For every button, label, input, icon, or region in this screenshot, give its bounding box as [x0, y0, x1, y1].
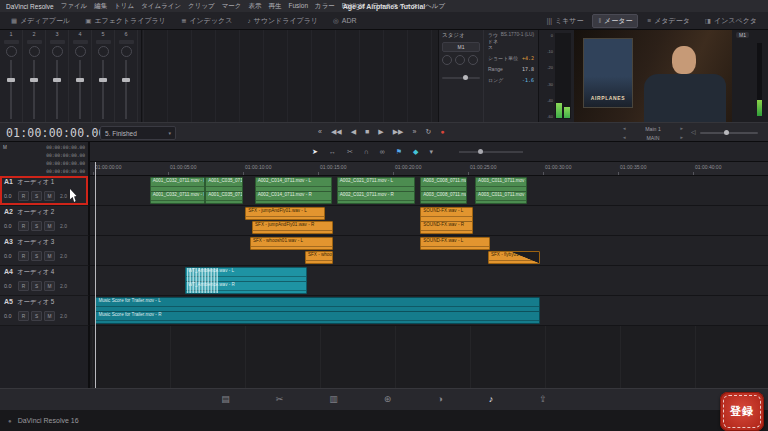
- audio-clip[interactable]: A001_C032_0711.mov - LA001_C032_0711.mov…: [150, 177, 205, 204]
- audio-clip[interactable]: SFX - whoosh01.wav - R: [305, 251, 333, 264]
- tab-mixer[interactable]: |||ミキサー: [541, 14, 590, 28]
- track-s-button[interactable]: S: [31, 191, 42, 201]
- pan-knob[interactable]: [29, 46, 40, 57]
- jump-end-button[interactable]: »: [412, 125, 416, 139]
- play-reverse-button[interactable]: ◀: [351, 125, 356, 139]
- timeline-ruler[interactable]: 01:00:00:0001:00:05:0001:00:10:0001:00:1…: [90, 162, 768, 176]
- menu-item[interactable]: トリム: [114, 2, 134, 11]
- knob-icon[interactable]: [442, 55, 452, 65]
- snap-toggle[interactable]: ∩: [364, 148, 369, 156]
- channel-fader[interactable]: [79, 60, 81, 119]
- marker-color-dropdown[interactable]: ▾: [429, 148, 433, 156]
- page-deliver[interactable]: ⇪: [539, 395, 547, 404]
- audio-clip[interactable]: SOUND-FX.wav - LSOUND-FX.wav - R: [420, 207, 473, 234]
- link-toggle[interactable]: ∞: [380, 148, 385, 156]
- track-m-button[interactable]: M: [44, 311, 55, 321]
- menu-item[interactable]: Fairlight: [342, 2, 365, 11]
- track-s-button[interactable]: S: [31, 251, 42, 261]
- audio-clip[interactable]: SFX - jumpAndFly01.wav - R: [252, 221, 333, 234]
- tab-index[interactable]: ≣インデックス: [175, 14, 238, 28]
- fader-handle[interactable]: [53, 78, 61, 82]
- track-s-button[interactable]: S: [31, 221, 42, 231]
- track-r-button[interactable]: R: [18, 221, 29, 231]
- track-m-button[interactable]: M: [44, 221, 55, 231]
- fader-handle[interactable]: [76, 78, 84, 82]
- page-fairlight[interactable]: ♪: [489, 395, 494, 404]
- loop-button[interactable]: ↻: [425, 125, 431, 139]
- monitor-output-b[interactable]: ◄MAIN►: [622, 133, 684, 142]
- audio-clip[interactable]: SOUND-FX.wav - L: [420, 237, 490, 250]
- zoom-slider[interactable]: [459, 151, 523, 153]
- menu-item[interactable]: Fusion: [289, 2, 309, 11]
- zoom-handle[interactable]: [478, 149, 483, 154]
- mixer-strip[interactable]: 4: [69, 30, 92, 122]
- monitor-level-slider[interactable]: [442, 77, 480, 79]
- play-button[interactable]: ▶: [378, 125, 383, 139]
- menu-item[interactable]: ヘルプ: [425, 2, 445, 11]
- pan-knob[interactable]: [98, 46, 109, 57]
- mixer-strip[interactable]: 1: [0, 30, 23, 122]
- arrow-left-icon[interactable]: ◄: [622, 135, 626, 140]
- tab-media-pool[interactable]: ▦メディアプール: [5, 14, 76, 28]
- monitor-output-a[interactable]: ◄Main 1►: [622, 124, 684, 133]
- playhead[interactable]: [95, 162, 96, 388]
- menu-item[interactable]: マーク: [222, 2, 242, 11]
- track-m-button[interactable]: M: [44, 191, 55, 201]
- arrow-right-icon[interactable]: ►: [680, 126, 684, 131]
- audio-clip[interactable]: A002_C014_0711.mov - LA002_C014_0711.mov…: [255, 177, 332, 204]
- jump-start-button[interactable]: «: [318, 125, 322, 139]
- track-header-a1[interactable]: A1オーディオ 10.0RSM2.0: [0, 176, 90, 206]
- tab-metadata[interactable]: ≡メタデータ: [641, 14, 695, 28]
- fader-handle[interactable]: [7, 78, 15, 82]
- track-r-button[interactable]: R: [18, 311, 29, 321]
- arrow-right-icon[interactable]: ►: [680, 135, 684, 140]
- mixer-strip[interactable]: 2: [23, 30, 46, 122]
- monitor-volume-slider[interactable]: ◁: [700, 132, 758, 134]
- audio-clip[interactable]: Music Score for Trailer.mov - LMusic Sco…: [95, 297, 540, 324]
- fader-handle[interactable]: [30, 78, 38, 82]
- menu-item[interactable]: 編集: [94, 2, 107, 11]
- audio-clip[interactable]: SFX - flyby01.wav: [488, 251, 540, 264]
- slider-handle[interactable]: [463, 75, 468, 80]
- menu-item[interactable]: カラー: [315, 2, 335, 11]
- monitor-knobs[interactable]: [442, 55, 480, 65]
- track-header-a5[interactable]: A5オーディオ 50.0RSM2.0: [0, 296, 90, 326]
- fader-handle[interactable]: [99, 78, 107, 82]
- pan-knob[interactable]: [6, 46, 17, 57]
- track-header-a2[interactable]: A2オーディオ 20.0RSM2.0: [0, 206, 90, 236]
- volume-handle[interactable]: [724, 130, 729, 135]
- menu-item[interactable]: クリップ: [188, 2, 215, 11]
- fader-handle[interactable]: [122, 78, 130, 82]
- menu-item[interactable]: ワークスペース: [372, 2, 418, 11]
- audio-clip[interactable]: SFX - whoosh01.wav - L: [250, 237, 333, 250]
- page-cut[interactable]: ✂: [276, 395, 284, 404]
- track-s-button[interactable]: S: [31, 281, 42, 291]
- page-edit[interactable]: ▥: [329, 395, 338, 404]
- mixer-strip[interactable]: 6: [115, 30, 138, 122]
- tab-meters[interactable]: ‖メーター: [592, 14, 638, 28]
- tab-effects-library[interactable]: ▣エフェクトライブラリ: [79, 14, 172, 28]
- track-header-a4[interactable]: A4オーディオ 40.0RSM2.0: [0, 266, 90, 296]
- track-s-button[interactable]: S: [31, 311, 42, 321]
- arrow-left-icon[interactable]: ◄: [622, 126, 626, 131]
- pan-knob[interactable]: [121, 46, 132, 57]
- fast-forward-button[interactable]: ▶▶: [393, 125, 404, 139]
- tab-inspector[interactable]: ◨インスペクタ: [699, 14, 763, 28]
- knob-icon[interactable]: [468, 55, 478, 65]
- audio-clip[interactable]: SFX - jumpAndFly01.wav - L: [245, 207, 325, 220]
- timeline-lanes[interactable]: A001_C032_0711.mov - LA001_C032_0711.mov…: [90, 176, 768, 388]
- track-m-button[interactable]: M: [44, 251, 55, 261]
- range-select-tool[interactable]: ↔: [329, 148, 336, 156]
- channel-fader[interactable]: [10, 60, 12, 119]
- mixer-strip[interactable]: 3: [46, 30, 69, 122]
- tab-sound-library[interactable]: ♪サウンドライブラリ: [241, 14, 324, 28]
- page-fusion[interactable]: ⊛: [384, 395, 392, 404]
- record-button[interactable]: ●: [440, 125, 444, 139]
- pointer-tool[interactable]: ➤: [312, 148, 318, 156]
- menu-item[interactable]: ファイル: [61, 2, 88, 11]
- fast-rewind-button[interactable]: ◀◀: [331, 125, 342, 139]
- audio-clip[interactable]: A003_C008_0711.mov - LA003_C008_0711.mov…: [420, 177, 467, 204]
- track-r-button[interactable]: R: [18, 281, 29, 291]
- stop-button[interactable]: ■: [365, 125, 369, 139]
- page-color[interactable]: ◑: [437, 395, 442, 404]
